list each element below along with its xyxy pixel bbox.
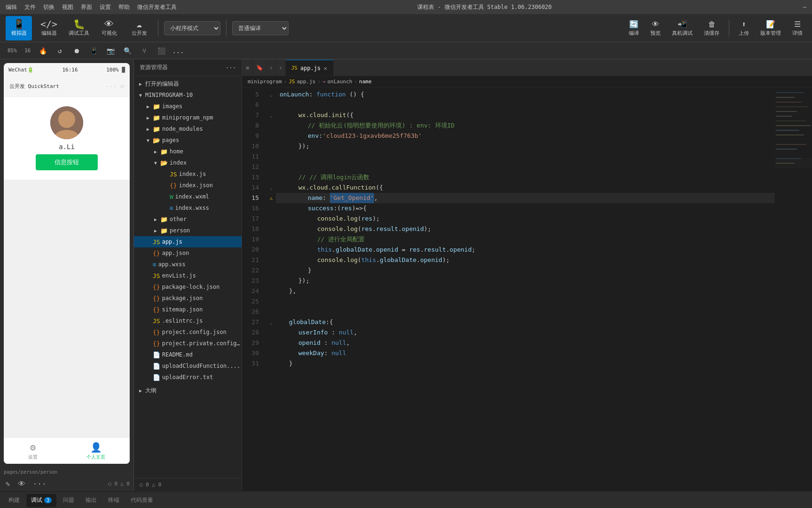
file-upload-cloud[interactable]: 📄 uploadCloudFunction.... — [134, 360, 242, 372]
folder-images[interactable]: ▶ 📁 images — [134, 101, 242, 112]
folder-index[interactable]: ▼ 📂 index — [134, 157, 242, 168]
breadcrumb-miniprogram[interactable]: miniprogram — [248, 79, 282, 85]
nav-forward-btn[interactable]: › — [276, 60, 285, 76]
breadcrumb-onlaunch[interactable]: onLaunch — [328, 79, 352, 85]
tab-build[interactable]: 构建 — [4, 494, 24, 507]
debugger-btn[interactable]: 🐛 调试工具 — [66, 16, 92, 40]
folder-person[interactable]: ▶ 📁 person — [134, 225, 242, 236]
phone-nav-settings[interactable]: ⚙ 设置 — [28, 442, 38, 460]
extensions-btn[interactable]: ⬛ — [155, 44, 168, 57]
folder-pages[interactable]: ▼ 📂 pages — [134, 135, 242, 146]
phone-nav-profile[interactable]: 👤 个人主页 — [86, 442, 105, 460]
real-device-btn[interactable]: 📲 真机调试 — [668, 18, 696, 39]
phone-more-icon[interactable]: ··· — [106, 83, 117, 90]
index-wxss-label: index.wxss — [175, 205, 242, 211]
fold-27[interactable]: ⌄ — [266, 317, 276, 327]
compile-select[interactable]: 普通编译 — [232, 21, 289, 35]
detail-btn[interactable]: ☰ 详情 — [789, 18, 806, 39]
menu-wechat[interactable]: 微信开发者工具 — [137, 3, 177, 11]
visual-btn[interactable]: 👁 可视化 — [96, 16, 122, 40]
tab-quality[interactable]: 代码质量 — [126, 494, 158, 507]
menu-view[interactable]: 视图 — [62, 3, 73, 11]
file-index-json[interactable]: {} index.json — [134, 180, 242, 191]
folder-home[interactable]: ▶ 📁 home — [134, 146, 242, 157]
phone-camera-icon[interactable]: ⊙ — [120, 83, 124, 90]
file-package-json[interactable]: {} package.json — [134, 293, 242, 304]
cloud-btn[interactable]: ☁ 云开发 — [126, 16, 152, 40]
fold-5[interactable]: ⌄ — [266, 89, 276, 100]
file-sitemap[interactable]: {} sitemap.json — [134, 304, 242, 315]
explorer-more-icon[interactable]: ··· — [226, 64, 236, 71]
phone-sim-btn[interactable]: 📱 — [87, 44, 100, 57]
file-eslint[interactable]: JS .eslintrc.js — [134, 315, 242, 326]
breadcrumb-appjs[interactable]: app.js — [297, 79, 316, 85]
tab-problems[interactable]: 问题 — [58, 494, 79, 507]
mode-select[interactable]: 小程序模式 — [164, 21, 220, 35]
compile-btn[interactable]: 🔄 编译 — [625, 18, 643, 39]
menu-edit[interactable]: 编辑 — [6, 3, 17, 11]
search-btn[interactable]: 🔍 — [121, 44, 134, 57]
secondary-toolbar: 85% 16 🔥 ↺ ⏺ 📱 📷 🔍 ⑂ ⬛ ... — [0, 42, 812, 59]
folder-miniprogram-npm[interactable]: ▶ 📁 miniprogram_npm — [134, 112, 242, 123]
editor-btn[interactable]: </> 编辑器 — [36, 16, 62, 40]
tab-output[interactable]: 输出 — [81, 494, 102, 507]
file-app-json[interactable]: {} app.json — [134, 247, 242, 259]
bookmarks-btn[interactable]: 🔖 — [253, 60, 266, 76]
outline-section[interactable]: ▶ 大纲 — [134, 385, 242, 396]
fold-14[interactable]: ⌄ — [266, 183, 276, 193]
open-editors-section[interactable]: ▶ 打开的编辑器 — [134, 78, 242, 89]
file-env-list[interactable]: JS envList.js — [134, 270, 242, 281]
preview-btn[interactable]: 👁 预览 — [647, 18, 664, 39]
fold-7[interactable]: ⌄ — [266, 110, 276, 120]
tab-close-icon[interactable]: ✕ — [323, 64, 327, 72]
tab-debug[interactable]: 调试 3 — [26, 494, 56, 507]
clear-cache-btn[interactable]: 🗑 清缓存 — [700, 18, 723, 39]
project-root[interactable]: ▼ MINIPROGRAM-10 — [134, 89, 242, 101]
phone-action-btn-3[interactable]: ··· — [31, 478, 48, 489]
phone-info-btn[interactable]: 信息按钮 — [36, 154, 98, 170]
person-folder-icon: 📁 — [160, 227, 168, 234]
version-btn[interactable]: 📝 版本管理 — [757, 18, 785, 39]
more-btn[interactable]: ... — [172, 44, 185, 57]
nav-back-btn[interactable]: ‹ — [266, 60, 276, 76]
code-editor[interactable]: onLaunch: function () { wx.cloud.init({ … — [276, 87, 774, 491]
ln-21: 21 — [242, 255, 263, 265]
folder-node-modules[interactable]: ▶ 📁 node_modules — [134, 123, 242, 135]
debugger-label: 调试工具 — [69, 30, 89, 37]
file-package-lock[interactable]: {} package-lock.json — [134, 281, 242, 293]
record-btn[interactable]: ⏺ — [70, 44, 83, 57]
breadcrumb-name[interactable]: name — [359, 79, 372, 85]
refresh-btn[interactable]: ↺ — [53, 44, 66, 57]
screenshot-btn[interactable]: 📷 — [104, 44, 117, 57]
file-project-config[interactable]: {} project.config.json — [134, 326, 242, 338]
hotload-btn[interactable]: 🔥 — [36, 44, 49, 57]
file-upload-error[interactable]: 📄 uploadError.txt — [134, 372, 242, 383]
pages-label: pages — [162, 137, 242, 143]
phone-nav: ⚙ 设置 👤 个人主页 — [4, 437, 130, 464]
close-btn[interactable]: — — [803, 4, 806, 10]
file-index-js[interactable]: JS index.js — [134, 168, 242, 180]
file-project-private[interactable]: {} project.private.config.js... — [134, 338, 242, 349]
phone-action-btn-2[interactable]: 👁 — [16, 478, 27, 489]
file-readme[interactable]: 📄 README.md — [134, 349, 242, 360]
file-index-wxss[interactable]: ≋ index.wxss — [134, 202, 242, 214]
file-index-wxml[interactable]: W index.wxml — [134, 191, 242, 202]
git-btn[interactable]: ⑂ — [138, 44, 151, 57]
upload-btn[interactable]: ⬆ 上传 — [735, 18, 753, 39]
menu-help[interactable]: 帮助 — [118, 3, 130, 11]
file-app-wxss[interactable]: ≋ app.wxss — [134, 259, 242, 270]
menu-interface[interactable]: 界面 — [81, 3, 92, 11]
file-app-js[interactable]: JS app.js — [134, 236, 242, 247]
tab-terminal[interactable]: 终端 — [103, 494, 124, 507]
file-tree-btn[interactable]: ≡ — [242, 60, 253, 76]
menu-file[interactable]: 文件 — [24, 3, 36, 11]
phone-action-btn-1[interactable]: ✎ — [4, 478, 12, 489]
menu-switch[interactable]: 切换 — [43, 3, 55, 11]
tab-debug-label: 调试 — [31, 496, 42, 504]
tab-app-js[interactable]: JS app.js ✕ — [286, 60, 334, 76]
simulator-btn[interactable]: 📱 模拟器 — [6, 16, 32, 40]
svg-rect-15 — [776, 149, 797, 150]
folder-other[interactable]: ▶ 📁 other — [134, 214, 242, 225]
ln-24: 24 — [242, 286, 263, 296]
menu-settings[interactable]: 设置 — [100, 3, 111, 11]
